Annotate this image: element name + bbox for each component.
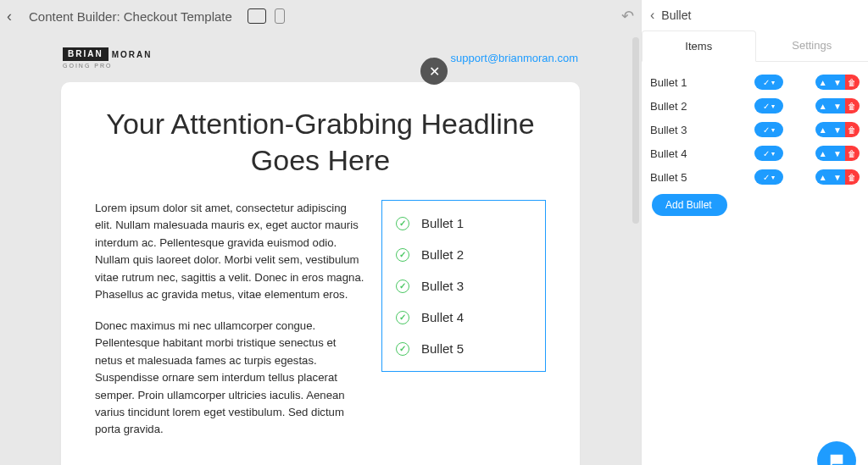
visibility-pill[interactable]: ✓▾: [754, 169, 783, 185]
chevron-down-icon: ▾: [771, 126, 775, 134]
check-icon: ✓: [763, 125, 770, 135]
add-bullet-label: Add Bullet: [665, 199, 712, 211]
item-name[interactable]: Bullet 1: [650, 76, 749, 89]
support-link[interactable]: support@brianmoran.com: [451, 52, 578, 64]
scroll-thumb[interactable]: [632, 37, 639, 224]
move-up-button[interactable]: ▲: [815, 146, 830, 161]
item-name[interactable]: Bullet 3: [650, 124, 749, 136]
back-button[interactable]: ‹: [7, 8, 22, 25]
chat-icon: [827, 451, 846, 465]
content-card: Your Attention-Grabbing Headline Goes He…: [61, 82, 580, 465]
check-icon: ✓: [763, 173, 770, 182]
move-down-button[interactable]: ▼: [830, 122, 844, 137]
bullet-row: ✓ Bullet 4: [396, 310, 531, 324]
logo-line2: MORAN: [112, 50, 153, 59]
visibility-pill[interactable]: ✓▾: [754, 75, 783, 90]
panel-title: Bullet: [661, 8, 691, 22]
bullet-row: ✓ Bullet 2: [396, 247, 531, 262]
move-down-button[interactable]: ▼: [830, 169, 844, 185]
item-name[interactable]: Bullet 4: [650, 147, 749, 160]
list-item: Bullet 3 ✓▾ ▲ ▼ 🗑: [650, 118, 860, 141]
tab-settings[interactable]: Settings: [756, 30, 869, 61]
list-item: Bullet 2 ✓▾ ▲ ▼ 🗑: [650, 94, 860, 118]
move-down-button[interactable]: ▼: [830, 75, 844, 90]
check-circle-icon: ✓: [396, 342, 409, 356]
move-down-button[interactable]: ▼: [830, 146, 844, 161]
chevron-down-icon: ▾: [771, 150, 775, 158]
close-icon[interactable]: ✕: [420, 58, 448, 85]
chevron-down-icon: ▾: [771, 174, 775, 181]
move-up-button[interactable]: ▲: [815, 98, 830, 113]
check-circle-icon: ✓: [396, 248, 409, 262]
move-down-button[interactable]: ▼: [830, 98, 844, 113]
visibility-pill[interactable]: ✓▾: [754, 98, 783, 113]
logo-line1: BRIAN: [63, 47, 108, 61]
move-up-button[interactable]: ▲: [815, 169, 830, 185]
bullet-row: ✓ Bullet 1: [396, 216, 531, 230]
visibility-pill[interactable]: ✓▾: [754, 146, 783, 161]
check-icon: ✓: [763, 149, 770, 158]
delete-button[interactable]: 🗑: [845, 75, 860, 90]
logo-sub: GOING PRO: [63, 63, 112, 69]
visibility-pill[interactable]: ✓▾: [754, 122, 783, 137]
check-circle-icon: ✓: [396, 311, 409, 324]
bullet-label: Bullet 1: [421, 216, 464, 230]
check-circle-icon: ✓: [396, 280, 409, 293]
headline[interactable]: Your Attention-Grabbing Headline Goes He…: [95, 106, 546, 178]
add-bullet-button[interactable]: Add Bullet: [652, 194, 727, 216]
chevron-down-icon: ▾: [771, 102, 775, 110]
scroll-track[interactable]: [631, 32, 641, 465]
bullet-row: ✓ Bullet 5: [396, 341, 531, 356]
list-item: Bullet 1 ✓▾ ▲ ▼ 🗑: [650, 70, 860, 94]
move-up-button[interactable]: ▲: [815, 75, 830, 90]
bullet-label: Bullet 4: [421, 310, 464, 324]
brand-logo: BRIAN MORAN GOING PRO: [63, 47, 152, 69]
delete-button[interactable]: 🗑: [845, 146, 860, 161]
chevron-down-icon: ▾: [771, 79, 775, 86]
bullet-label: Bullet 5: [421, 341, 464, 356]
bullet-label: Bullet 3: [421, 279, 464, 293]
tab-items[interactable]: Items: [642, 30, 756, 62]
move-up-button[interactable]: ▲: [815, 122, 830, 137]
mobile-icon[interactable]: [275, 8, 285, 24]
delete-button[interactable]: 🗑: [845, 98, 860, 113]
delete-button[interactable]: 🗑: [845, 122, 860, 137]
paragraph-2[interactable]: Donec maximus mi nec ullamcorper congue.…: [95, 318, 364, 439]
check-circle-icon: ✓: [396, 217, 409, 230]
check-icon: ✓: [763, 102, 770, 111]
bullet-label: Bullet 2: [421, 247, 464, 262]
delete-button[interactable]: 🗑: [845, 169, 860, 185]
item-name[interactable]: Bullet 2: [650, 100, 749, 113]
paragraph-1[interactable]: Lorem ipsum dolor sit amet, consectetur …: [95, 200, 364, 304]
list-item: Bullet 5 ✓▾ ▲ ▼ 🗑: [650, 165, 860, 189]
panel-back-icon[interactable]: ‹: [650, 8, 654, 23]
side-panel: ‹ Bullet Items Settings Bullet 1 ✓▾ ▲ ▼ …: [641, 0, 868, 465]
list-item: Bullet 4 ✓▾ ▲ ▼ 🗑: [650, 141, 860, 165]
desktop-icon[interactable]: [248, 8, 266, 24]
bullet-row: ✓ Bullet 3: [396, 279, 531, 293]
item-name[interactable]: Bullet 5: [650, 171, 749, 184]
check-icon: ✓: [763, 78, 770, 87]
undo-icon[interactable]: ↶: [621, 7, 634, 25]
page-title: Content Builder: Checkout Template: [29, 9, 232, 24]
bullet-box[interactable]: ✓ Bullet 1 ✓ Bullet 2 ✓ Bullet 3 ✓ Bulle…: [381, 200, 546, 372]
